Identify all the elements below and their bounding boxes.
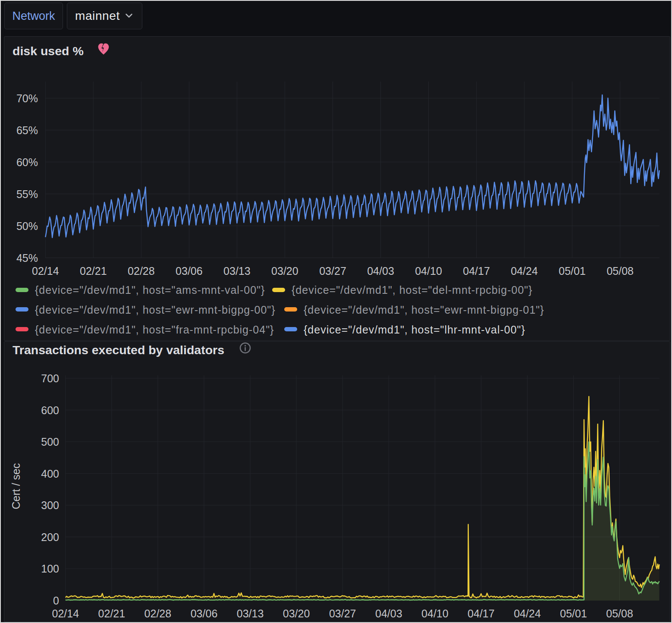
svg-text:300: 300 bbox=[41, 499, 59, 511]
svg-text:100: 100 bbox=[41, 563, 59, 575]
svg-text:03/20: 03/20 bbox=[271, 265, 298, 277]
svg-text:02/21: 02/21 bbox=[98, 607, 126, 620]
svg-text:02/14: 02/14 bbox=[52, 607, 79, 620]
svg-text:65%: 65% bbox=[16, 124, 38, 136]
svg-text:200: 200 bbox=[41, 531, 59, 543]
svg-text:500: 500 bbox=[41, 436, 59, 448]
svg-text:04/03: 04/03 bbox=[367, 265, 394, 277]
svg-text:04/24: 04/24 bbox=[511, 265, 538, 277]
svg-text:600: 600 bbox=[41, 404, 59, 416]
svg-text:Cert / sec: Cert / sec bbox=[10, 463, 22, 510]
svg-text:05/01: 05/01 bbox=[560, 607, 587, 620]
svg-text:02/14: 02/14 bbox=[32, 265, 59, 277]
svg-text:50%: 50% bbox=[16, 220, 38, 232]
svg-text:02/28: 02/28 bbox=[144, 607, 172, 620]
svg-text:04/17: 04/17 bbox=[468, 607, 495, 620]
svg-text:03/06: 03/06 bbox=[191, 607, 218, 620]
svg-text:05/01: 05/01 bbox=[559, 265, 586, 277]
svg-text:70%: 70% bbox=[16, 92, 38, 104]
svg-text:05/08: 05/08 bbox=[606, 265, 634, 277]
svg-text:05/08: 05/08 bbox=[606, 607, 633, 620]
svg-text:55%: 55% bbox=[16, 188, 38, 200]
svg-text:03/27: 03/27 bbox=[329, 607, 356, 620]
svg-text:400: 400 bbox=[41, 468, 59, 480]
svg-text:03/13: 03/13 bbox=[223, 265, 251, 277]
svg-text:04/10: 04/10 bbox=[415, 265, 442, 277]
svg-text:04/03: 04/03 bbox=[375, 607, 402, 620]
svg-text:03/13: 03/13 bbox=[237, 607, 264, 620]
svg-text:04/17: 04/17 bbox=[463, 265, 490, 277]
svg-text:45%: 45% bbox=[16, 252, 38, 264]
svg-text:03/20: 03/20 bbox=[283, 607, 310, 620]
svg-text:700: 700 bbox=[41, 372, 59, 384]
svg-text:03/06: 03/06 bbox=[176, 265, 203, 277]
svg-text:04/10: 04/10 bbox=[421, 607, 449, 620]
svg-text:60%: 60% bbox=[16, 156, 38, 168]
svg-text:04/24: 04/24 bbox=[514, 607, 541, 620]
svg-text:02/28: 02/28 bbox=[128, 265, 155, 277]
svg-text:03/27: 03/27 bbox=[319, 265, 346, 277]
svg-text:02/21: 02/21 bbox=[80, 265, 107, 277]
svg-text:0: 0 bbox=[53, 595, 59, 607]
